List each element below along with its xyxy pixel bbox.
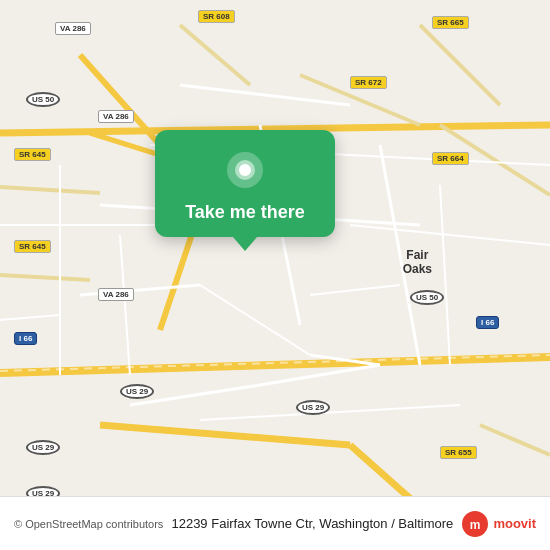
location-pin-icon — [223, 148, 267, 192]
road-label-i66-right: I 66 — [476, 316, 499, 329]
road-label-us50-top: US 50 — [26, 92, 60, 107]
road-label-sr645-top: SR 645 — [14, 148, 51, 161]
road-label-sr672: SR 672 — [350, 76, 387, 89]
address-section: © OpenStreetMap contributors — [14, 518, 163, 530]
road-label-us29-left2: US 29 — [26, 440, 60, 455]
road-label-sr608: SR 608 — [198, 10, 235, 23]
take-me-there-label: Take me there — [185, 202, 305, 223]
road-label-va286-bot: VA 286 — [98, 288, 134, 301]
road-label-i66-left: I 66 — [14, 332, 37, 345]
road-label-sr665: SR 665 — [432, 16, 469, 29]
copyright-text: © OpenStreetMap contributors — [14, 518, 163, 530]
bottom-bar: © OpenStreetMap contributors 12239 Fairf… — [0, 496, 550, 550]
road-label-sr645-bot: SR 645 — [14, 240, 51, 253]
road-label-us29-left: US 29 — [120, 384, 154, 399]
take-me-there-popup[interactable]: Take me there — [155, 130, 335, 251]
fair-oaks-label: FairOaks — [403, 248, 432, 277]
bottom-left: © OpenStreetMap contributors — [14, 518, 163, 530]
svg-point-43 — [239, 164, 251, 176]
svg-text:m: m — [470, 518, 481, 532]
map-container: VA 286SR 608SR 665SR 672US 50VA 286SR 66… — [0, 0, 550, 550]
moovit-icon: m — [461, 510, 489, 538]
road-label-sr664: SR 664 — [432, 152, 469, 165]
road-label-sr655: SR 655 — [440, 446, 477, 459]
popup-tail — [233, 237, 257, 251]
address-text: 12239 Fairfax Towne Ctr, Washington / Ba… — [171, 516, 453, 531]
road-label-va286-top: VA 286 — [55, 22, 91, 35]
moovit-text: moovit — [493, 516, 536, 531]
road-label-us50-bot: US 50 — [410, 290, 444, 305]
road-label-us29-mid: US 29 — [296, 400, 330, 415]
moovit-logo: m moovit — [461, 510, 536, 538]
road-label-va286-mid: VA 286 — [98, 110, 134, 123]
popup-bubble[interactable]: Take me there — [155, 130, 335, 237]
road-layer — [0, 0, 550, 550]
